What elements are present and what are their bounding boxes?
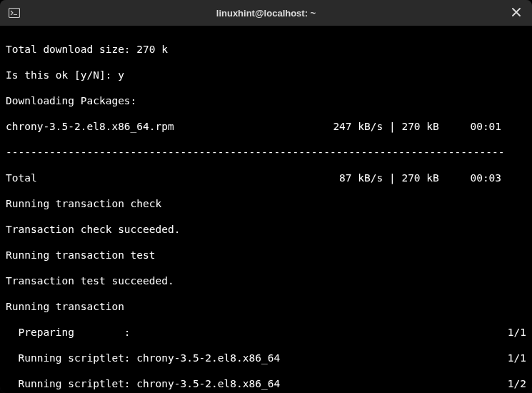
output-line: Running transaction check [6,197,526,210]
output-line: Transaction check succeeded. [6,223,526,236]
progress-line: Preparing :1/1 [6,326,526,339]
step-count: 1/1 [508,352,526,364]
titlebar: linuxhint@localhost: ~ [0,0,532,26]
output-line: chrony-3.5-2.el8.x86_64.rpm247 kB/s | 27… [6,120,526,133]
terminal-window: linuxhint@localhost: ~ Total download si… [0,0,532,393]
total-label: Total [6,171,37,184]
step-label: Preparing : [6,326,131,339]
terminal-body[interactable]: Total download size: 270 k Is this ok [y… [0,26,532,393]
svg-rect-0 [9,9,20,18]
terminal-app-icon [9,7,20,19]
output-line: Is this ok [y/N]: y [6,69,526,81]
output-line: Running transaction [6,300,526,313]
output-line: Running transaction test [6,249,526,262]
progress-line: Running scriptlet: chrony-3.5-2.el8.x86_… [6,352,526,364]
step-count: 1/2 [508,377,526,390]
step-label: Running scriptlet: chrony-3.5-2.el8.x86_… [6,377,280,390]
output-line: Downloading Packages: [6,94,526,107]
output-line: Total download size: 270 k [6,43,526,56]
pkg-name: chrony-3.5-2.el8.x86_64.rpm [6,120,174,133]
pkg-stats: 247 kB/s | 270 kB 00:01 [333,120,526,133]
close-icon[interactable] [509,5,523,21]
window-title: linuxhint@localhost: ~ [216,8,316,19]
step-count: 1/1 [508,326,526,339]
separator-line: ----------------------------------------… [6,146,526,159]
progress-line: Running scriptlet: chrony-3.5-2.el8.x86_… [6,377,526,390]
output-line: Total 87 kB/s | 270 kB 00:03 [6,171,526,184]
output-line: Transaction test succeeded. [6,274,526,287]
total-stats: 87 kB/s | 270 kB 00:03 [333,171,526,184]
step-label: Running scriptlet: chrony-3.5-2.el8.x86_… [6,352,280,364]
